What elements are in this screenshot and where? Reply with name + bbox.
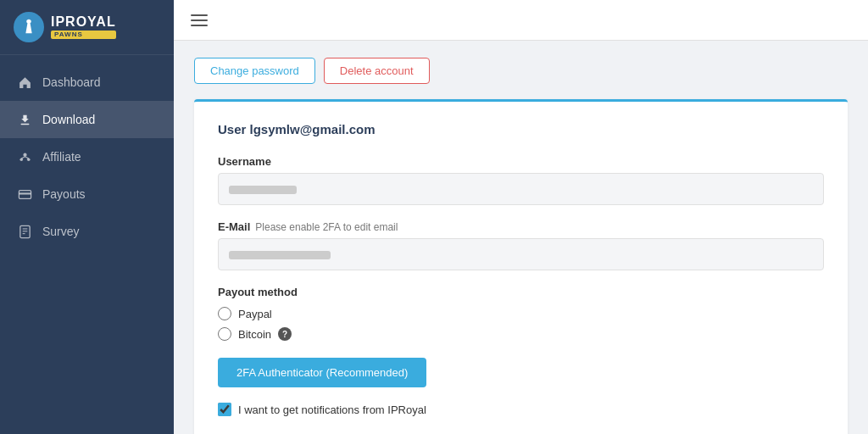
- 2fa-button[interactable]: 2FA Authenticator (Recommended): [218, 358, 426, 387]
- sidebar-item-affiliate[interactable]: Affiliate: [0, 138, 174, 175]
- sidebar-label-affiliate: Affiliate: [42, 150, 81, 164]
- svg-point-1: [23, 153, 26, 156]
- home-icon: [17, 75, 32, 90]
- sidebar-item-payouts[interactable]: Payouts: [0, 175, 174, 213]
- payout-group: Payout method Paypal Bitcoin ?: [218, 286, 824, 341]
- notification-checkbox[interactable]: [218, 403, 231, 416]
- sidebar-label-survey: Survey: [42, 225, 80, 238]
- svg-rect-7: [19, 192, 31, 194]
- content-area: Change password Delete account User lgsy…: [174, 41, 868, 434]
- svg-line-4: [21, 156, 25, 158]
- svg-point-2: [19, 158, 23, 161]
- svg-rect-0: [20, 123, 29, 124]
- profile-form-card: User lgsymlw@gmail.com Username E-Mail P…: [194, 99, 848, 434]
- sidebar-nav: Dashboard Download: [0, 55, 174, 259]
- main-content: Change password Delete account User lgsy…: [174, 0, 868, 434]
- svg-point-3: [26, 158, 30, 161]
- username-group: Username: [218, 155, 824, 205]
- logo-icon: [14, 12, 44, 42]
- logo-text: IPROYAL PAWNS: [51, 15, 116, 39]
- hamburger-line-2: [191, 19, 208, 21]
- email-note: Please enable 2FA to edit email: [255, 221, 398, 233]
- affiliate-icon: [17, 149, 32, 164]
- email-label: E-Mail Please enable 2FA to edit email: [218, 220, 824, 233]
- payout-radio-group: Paypal Bitcoin ?: [218, 307, 824, 341]
- sidebar-item-download[interactable]: Download: [0, 101, 174, 138]
- user-title: User lgsymlw@gmail.com: [218, 122, 824, 136]
- username-value-blurred: [229, 186, 297, 194]
- bitcoin-radio[interactable]: [218, 327, 231, 341]
- email-group: E-Mail Please enable 2FA to edit email: [218, 220, 824, 270]
- sidebar: IPROYAL PAWNS Dashboard Download: [0, 0, 174, 434]
- sidebar-item-dashboard[interactable]: Dashboard: [0, 64, 174, 101]
- logo: IPROYAL PAWNS: [0, 0, 174, 55]
- download-icon: [17, 112, 32, 127]
- delete-account-button[interactable]: Delete account: [324, 58, 430, 84]
- logo-title: IPROYAL: [51, 15, 116, 29]
- notification-label: I want to get notifications from IPRoyal: [238, 403, 426, 416]
- topbar: [174, 0, 868, 41]
- survey-icon: [17, 224, 32, 239]
- email-value-blurred: [229, 251, 331, 259]
- svg-rect-8: [19, 225, 29, 237]
- sidebar-label-payouts: Payouts: [42, 187, 86, 201]
- hamburger-button[interactable]: [191, 14, 208, 26]
- sidebar-label-download: Download: [42, 113, 95, 126]
- paypal-radio[interactable]: [218, 307, 231, 320]
- bitcoin-label: Bitcoin: [238, 328, 271, 341]
- username-label: Username: [218, 155, 824, 168]
- bitcoin-help-icon[interactable]: ?: [278, 327, 292, 341]
- svg-line-5: [25, 156, 28, 158]
- sidebar-item-survey[interactable]: Survey: [0, 213, 174, 250]
- hamburger-line-3: [191, 25, 208, 26]
- sidebar-label-dashboard: Dashboard: [42, 75, 101, 89]
- payout-option-bitcoin[interactable]: Bitcoin ?: [218, 327, 824, 341]
- paypal-label: Paypal: [238, 308, 272, 320]
- logo-subtitle: PAWNS: [51, 31, 116, 39]
- payout-method-label: Payout method: [218, 286, 824, 298]
- hamburger-line-1: [191, 14, 208, 16]
- change-password-button[interactable]: Change password: [194, 58, 315, 84]
- action-buttons: Change password Delete account: [194, 58, 848, 84]
- payout-option-paypal[interactable]: Paypal: [218, 307, 824, 320]
- notification-checkbox-row[interactable]: I want to get notifications from IPRoyal: [218, 403, 824, 416]
- payouts-icon: [17, 186, 32, 202]
